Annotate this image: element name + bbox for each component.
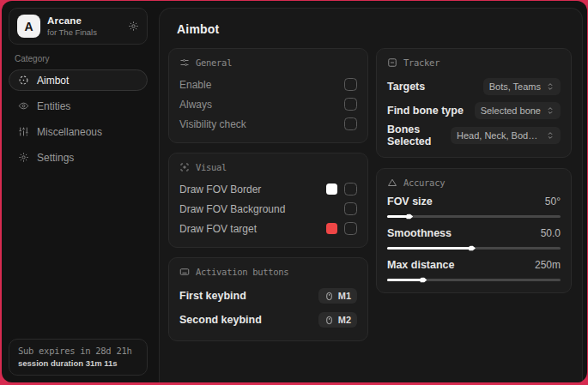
triangle-icon xyxy=(387,177,397,188)
targets-select[interactable]: Bots, Teams xyxy=(483,78,561,95)
focus-icon xyxy=(179,162,190,172)
chevrons-up-down-icon xyxy=(546,131,555,140)
gear-icon xyxy=(18,152,29,163)
slider-thumb[interactable] xyxy=(420,277,427,284)
setting-label: Draw FOV Background xyxy=(179,203,285,215)
left-column: General Enable Always Visibility check xyxy=(168,48,368,341)
card-title: Visual xyxy=(196,162,227,172)
setting-label: Max distance xyxy=(387,259,455,271)
sub-expiry-text: Sub expires in 28d 21h xyxy=(18,346,138,356)
setting-label: Enable xyxy=(179,79,211,91)
slider-value: 50.0 xyxy=(541,227,561,239)
gear-icon[interactable] xyxy=(128,21,139,32)
category-label: Category xyxy=(15,54,142,63)
accuracy-card-header: Accuracy xyxy=(387,177,561,188)
general-card: General Enable Always Visibility check xyxy=(168,48,368,143)
app-subtitle: for The Finals xyxy=(47,27,97,37)
app-logo: A xyxy=(17,15,40,38)
find-bone-type-select[interactable]: Selected bone xyxy=(475,102,561,119)
card-title: General xyxy=(196,57,232,68)
checkbox-always[interactable] xyxy=(344,98,357,111)
sidebar-item-label: Miscellaneous xyxy=(37,126,102,138)
activation-card-header: Activation buttons xyxy=(179,267,357,277)
setting-row-draw-fov-background: Draw FOV Background xyxy=(179,200,357,218)
setting-row-draw-fov-target: Draw FOV target xyxy=(179,220,357,238)
setting-label: Visibility check xyxy=(179,118,246,130)
session-duration-text: session duration 31m 11s xyxy=(18,358,138,368)
setting-row-second-keybind: Second keybind M2 xyxy=(179,309,357,331)
square-minus-icon xyxy=(387,57,397,68)
setting-row-enable: Enable xyxy=(179,75,357,93)
keybind-value: M1 xyxy=(338,291,351,301)
activation-buttons-card: Activation buttons First keybind M1 Seco… xyxy=(168,257,368,341)
mouse-icon xyxy=(324,292,334,301)
general-card-header: General xyxy=(179,57,357,68)
sidebar-item-entities[interactable]: Entities xyxy=(9,95,148,117)
slider-header: Max distance 250m xyxy=(387,259,561,271)
chevrons-up-down-icon xyxy=(546,106,555,115)
sidebar-item-miscellaneous[interactable]: Miscellaneous xyxy=(9,121,148,142)
sidebar-item-aimbot[interactable]: Aimbot xyxy=(9,69,148,91)
slider-fill xyxy=(387,215,409,218)
checkbox-draw-fov-border[interactable] xyxy=(344,183,357,196)
brand-text: Arcane for The Finals xyxy=(47,15,97,37)
slider-thumb[interactable] xyxy=(406,214,413,220)
tracker-card-header: Tracker xyxy=(387,57,561,68)
setting-label: Targets xyxy=(387,81,425,93)
setting-label: Always xyxy=(179,99,212,111)
slider-row-max-distance: Max distance 250m xyxy=(387,259,561,281)
checkbox-enable[interactable] xyxy=(344,78,357,91)
color-swatch-fov-border[interactable] xyxy=(326,183,337,195)
right-column: Tracker Targets Bots, Teams Find bone ty… xyxy=(376,48,572,293)
sidebar-item-label: Entities xyxy=(37,100,70,112)
slider-header: FOV size 50° xyxy=(387,196,561,208)
brand-card: A Arcane for The Finals xyxy=(9,8,148,45)
max-distance-slider[interactable] xyxy=(387,279,561,281)
sliders-icon xyxy=(18,126,29,137)
keybind-button-second[interactable]: M2 xyxy=(318,312,357,328)
checkbox-draw-fov-background[interactable] xyxy=(344,202,357,215)
setting-row-bones-selected: Bones Selected Head, Neck, Body, Pe... xyxy=(387,123,561,147)
setting-row-visibility-check: Visibility check xyxy=(179,115,357,133)
sidebar-item-label: Aimbot xyxy=(37,75,69,87)
slider-header: Smoothness 50.0 xyxy=(387,227,561,239)
setting-row-first-keybind: First keybind M1 xyxy=(179,285,357,307)
fov-size-slider[interactable] xyxy=(387,215,561,218)
slider-thumb[interactable] xyxy=(469,245,476,252)
keybind-button-first[interactable]: M1 xyxy=(318,288,357,304)
setting-label: Draw FOV target xyxy=(179,223,257,235)
setting-label: Second keybind xyxy=(179,314,262,326)
mouse-icon xyxy=(324,316,334,325)
keyboard-icon xyxy=(179,267,190,277)
smoothness-slider[interactable] xyxy=(387,247,561,250)
crosshair-icon xyxy=(18,75,29,86)
accuracy-card: Accuracy FOV size 50° xyxy=(376,168,572,293)
setting-label: First keybind xyxy=(179,290,246,302)
checkbox-draw-fov-target[interactable] xyxy=(344,222,357,235)
page-title: Aimbot xyxy=(177,22,573,36)
color-swatch-fov-target[interactable] xyxy=(326,223,337,234)
sidebar-item-settings[interactable]: Settings xyxy=(9,147,148,168)
setting-row-draw-fov-border: Draw FOV Border xyxy=(179,180,357,198)
setting-label: Smoothness xyxy=(387,227,452,239)
select-value: Selected bone xyxy=(481,105,541,116)
setting-controls xyxy=(326,183,357,196)
checkbox-visibility-check[interactable] xyxy=(344,117,357,130)
setting-label: Find bone type xyxy=(387,105,464,117)
sidebar-item-label: Settings xyxy=(37,152,74,164)
setting-label: FOV size xyxy=(387,196,433,208)
app-name: Arcane xyxy=(47,15,97,26)
sliders-horizontal-icon xyxy=(179,57,190,68)
select-value: Bots, Teams xyxy=(489,81,541,92)
entities-icon xyxy=(18,100,29,111)
bones-selected-select[interactable]: Head, Neck, Body, Pe... xyxy=(451,127,561,144)
slider-row-fov-size: FOV size 50° xyxy=(387,196,561,218)
setting-controls xyxy=(326,222,357,235)
setting-label: Bones Selected xyxy=(387,123,451,147)
tracker-card: Tracker Targets Bots, Teams Find bone ty… xyxy=(376,48,572,158)
slider-fill xyxy=(387,247,472,250)
main-panel: Aimbot General Enable xyxy=(159,8,583,382)
slider-row-smoothness: Smoothness 50.0 xyxy=(387,227,561,250)
keybind-value: M2 xyxy=(338,315,351,325)
card-title: Activation buttons xyxy=(196,267,288,277)
